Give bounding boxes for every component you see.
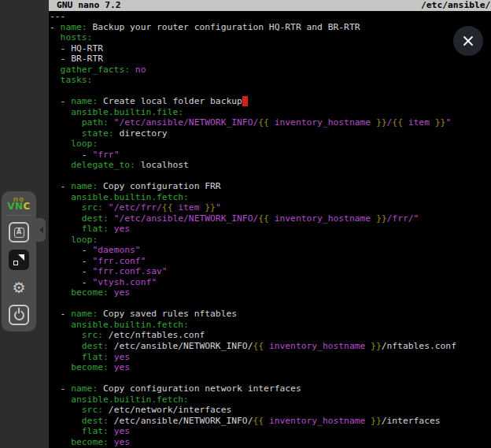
editor-line: ansible.builtin.fetch: (50, 320, 456, 331)
editor-content[interactable]: ---- name: Backup your router configurat… (50, 11, 456, 447)
editor-line: src: /etc/network/interfaces (50, 405, 456, 416)
editor-line: flat: yes (50, 224, 456, 235)
editor-line: become: yes (50, 287, 456, 298)
editor-line: - name: Copy configuration FRR (50, 181, 456, 192)
close-icon (462, 35, 474, 47)
extra-keys-button[interactable]: A (9, 222, 29, 243)
editor-line: delegate_to: localhost (50, 160, 456, 171)
keyboard-a-icon: A (14, 228, 24, 238)
editor-line (50, 373, 456, 384)
editor-line: - name: Create local folder backup (50, 96, 456, 107)
editor-line: - "frr.conf" (50, 256, 456, 267)
editor-line: become: yes (50, 437, 456, 448)
editor-line: flat: yes (50, 426, 456, 437)
editor-line: --- (50, 11, 456, 22)
editor-line: - "frr.conf.sav" (50, 266, 456, 277)
editor-line: ansible.builtin.file: (50, 107, 456, 118)
editor-line: - "vtysh.conf" (50, 277, 456, 288)
editor-line: loop: (50, 235, 456, 246)
fullscreen-button[interactable] (9, 250, 29, 270)
editor-line: - name: Copy configuration network inter… (50, 383, 456, 394)
fullscreen-icon (13, 254, 24, 265)
editor-line: flat: yes (50, 352, 456, 363)
editor-line: src: /etc/nftables.conf (50, 330, 456, 341)
editor-line (50, 171, 456, 182)
editor-line: loop: (50, 139, 456, 150)
editor-line: dest: "/etc/ansible/NETWORK_INFO/{{ inve… (50, 213, 456, 224)
editor-line: path: "/etc/ansible/NETWORK_INFO/{{ inve… (50, 117, 456, 128)
editor-line: - name: Backup your router configuration… (50, 22, 456, 33)
editor-line: dest: /etc/ansible/NETWORK_INFO/{{ inven… (50, 416, 456, 427)
editor-line: ansible.builtin.fetch: (50, 192, 456, 203)
editor-line (50, 86, 456, 97)
novnc-logo: no VNC (2, 191, 36, 211)
terminal-screen[interactable]: GNU nano 7.2 /etc/ansible/b ---- name: B… (49, 0, 491, 448)
disconnect-button[interactable] (9, 305, 29, 325)
panel-buttons: A ⚙ (2, 216, 36, 325)
nano-titlebar: GNU nano 7.2 /etc/ansible/b (49, 0, 491, 11)
gear-icon: ⚙ (12, 280, 25, 295)
editor-line: state: directory (50, 128, 456, 139)
power-icon (14, 310, 24, 320)
editor-line: hosts: (50, 32, 456, 43)
novnc-control-bar: no VNC A ⚙ (2, 191, 36, 331)
editor-line: src: "/etc/frr/{{ item }}" (50, 202, 456, 213)
editor-line: ansible.builtin.fetch: (50, 394, 456, 405)
editor-line (50, 298, 456, 309)
close-button[interactable] (453, 26, 483, 56)
text-cursor (242, 96, 248, 106)
editor-line: become: yes (50, 362, 456, 373)
editor-line: - "daemons" (50, 245, 456, 256)
settings-button[interactable]: ⚙ (9, 277, 29, 298)
novnc-logo-vnc: VNC (2, 202, 36, 211)
editor-line: tasks: (50, 75, 456, 86)
editor-line: - name: Copy saved rules nftables (50, 309, 456, 320)
editor-line: gather_facts: no (50, 65, 456, 76)
editor-line: dest: /etc/ansible/NETWORK_INFO/{{ inven… (50, 341, 456, 352)
editor-line: - BR-RTR (50, 54, 456, 65)
editor-line: - HQ-RTR (50, 43, 456, 54)
control-bar-handle[interactable] (36, 218, 46, 242)
chevron-left-icon (39, 227, 43, 233)
editor-line: - "frr" (50, 150, 456, 161)
nano-filepath: /etc/ansible/b (421, 0, 491, 11)
nano-version: GNU nano 7.2 (57, 0, 121, 11)
